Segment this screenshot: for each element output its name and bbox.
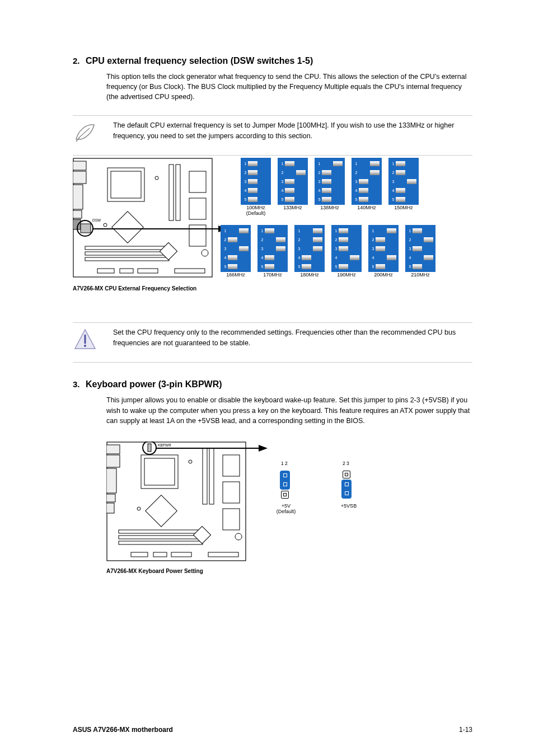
svg-rect-2 bbox=[73, 171, 86, 184]
svg-rect-35 bbox=[106, 494, 115, 502]
arrow-icon bbox=[93, 226, 227, 232]
dip-210mhz: 12345210MHz bbox=[405, 225, 435, 272]
section2-num: 3. bbox=[73, 379, 80, 389]
svg-rect-43 bbox=[209, 448, 214, 504]
svg-rect-9 bbox=[111, 171, 141, 198]
svg-rect-20 bbox=[97, 269, 114, 273]
dip-170mhz: 12345170MHz bbox=[257, 225, 288, 272]
svg-rect-5 bbox=[73, 219, 81, 229]
svg-rect-6 bbox=[81, 224, 91, 233]
svg-rect-37 bbox=[148, 444, 151, 452]
svg-rect-40 bbox=[144, 458, 175, 485]
dip-150mhz: 12345150MHz bbox=[388, 158, 419, 205]
svg-rect-49 bbox=[119, 541, 203, 544]
svg-rect-16 bbox=[85, 246, 169, 250]
svg-rect-44 bbox=[223, 455, 240, 476]
figure1-caption: A7V266-MX CPU External Frequency Selecti… bbox=[73, 285, 196, 292]
svg-rect-48 bbox=[119, 536, 203, 539]
section1-caution: Set the CPU frequency only to the recomm… bbox=[113, 327, 472, 348]
caution-triangle-icon bbox=[73, 327, 97, 354]
svg-rect-45 bbox=[223, 482, 240, 503]
dip-166mhz: 12345166MHz bbox=[221, 225, 251, 272]
dip-140mhz: 12345140MHz bbox=[352, 158, 382, 205]
footer-left: ASUS A7V266-MX motherboard bbox=[73, 726, 173, 734]
svg-rect-32 bbox=[106, 445, 120, 454]
svg-rect-3 bbox=[73, 185, 83, 209]
svg-point-30 bbox=[84, 345, 86, 347]
svg-marker-59 bbox=[259, 445, 268, 452]
svg-rect-18 bbox=[85, 257, 169, 261]
section1-note: The default CPU external frequency is se… bbox=[113, 120, 472, 140]
svg-rect-34 bbox=[106, 468, 116, 493]
svg-rect-22 bbox=[138, 269, 158, 273]
dsw-label: DSW bbox=[92, 218, 101, 222]
footer-page-number: 1-13 bbox=[459, 726, 472, 734]
dip-133mhz: 12345133MHz bbox=[278, 158, 308, 205]
svg-rect-54 bbox=[208, 552, 238, 557]
dip-100mhz: 12345100MHz (Default) bbox=[241, 158, 271, 205]
svg-rect-23 bbox=[175, 269, 205, 273]
motherboard-diagram-2 bbox=[106, 442, 246, 565]
arrow-icon bbox=[156, 445, 268, 452]
section2-title: Keyboard power (3-pin KBPWR) bbox=[86, 379, 222, 389]
svg-rect-12 bbox=[176, 165, 180, 220]
svg-rect-17 bbox=[85, 252, 169, 255]
svg-rect-42 bbox=[203, 448, 207, 504]
svg-rect-11 bbox=[169, 165, 174, 220]
jumper-5vsb: 2 3 +5VSB bbox=[341, 471, 352, 499]
dip-180mhz: 12345180MHz bbox=[294, 225, 325, 272]
note-feather-icon bbox=[73, 120, 97, 147]
jumper-5v: 1 2 +5V (Default) bbox=[280, 471, 290, 499]
section1-num: 2. bbox=[73, 56, 80, 65]
svg-rect-51 bbox=[131, 552, 148, 557]
svg-rect-33 bbox=[106, 455, 120, 467]
figure2-caption: A7V266-MX Keyboard Power Setting bbox=[106, 568, 203, 574]
svg-rect-52 bbox=[153, 552, 167, 557]
svg-rect-21 bbox=[120, 269, 133, 273]
svg-rect-4 bbox=[73, 210, 82, 218]
svg-rect-46 bbox=[223, 509, 240, 530]
section1-paragraph: This option tells the clock generator wh… bbox=[106, 72, 472, 102]
divider bbox=[73, 155, 472, 156]
dip-190mhz: 12345190MHz bbox=[331, 225, 362, 272]
dip-200mhz: 12345200MHz bbox=[368, 225, 399, 272]
dip-138mhz: 12345138MHz bbox=[315, 158, 345, 205]
svg-rect-47 bbox=[119, 530, 203, 533]
svg-rect-53 bbox=[171, 552, 191, 557]
svg-rect-36 bbox=[106, 503, 114, 513]
svg-rect-13 bbox=[189, 171, 206, 192]
section2-paragraph: This jumper allows you to enable or disa… bbox=[106, 395, 472, 425]
section1-title: CPU external frequency selection (DSW sw… bbox=[86, 56, 313, 65]
svg-rect-14 bbox=[189, 198, 206, 219]
svg-rect-1 bbox=[73, 161, 86, 170]
